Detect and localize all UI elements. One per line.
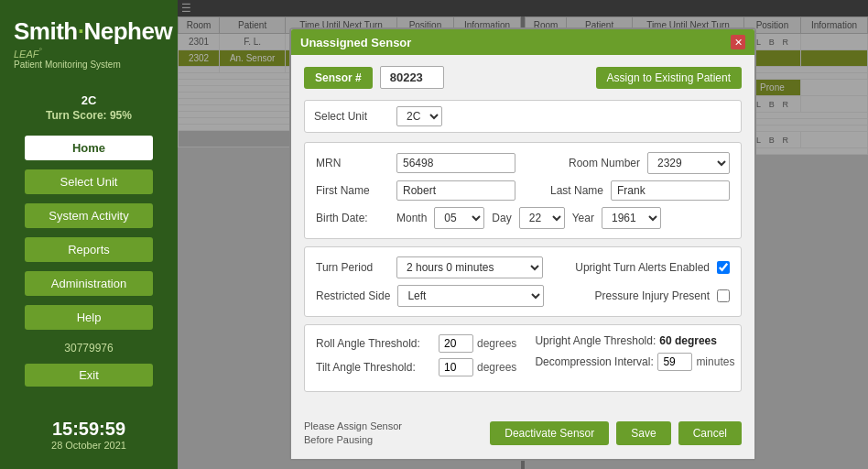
modal-body: Sensor # 80223 Assign to Existing Patien… [291,55,754,410]
roll-angle-row: Roll Angle Threshold: degrees [316,334,516,353]
upright-angle-row: Upright Angle Threshold: 60 degrees [535,334,734,347]
room-right: Room Number 2329 [569,152,730,174]
tilt-angle-label: Tilt Angle Threshold: [316,361,435,374]
lastname-right: Last Name [550,180,730,201]
date-display: 28 October 2021 [51,440,126,451]
modal-titlebar: Unassigned Sensor ✕ [291,29,754,55]
sensor-left: Sensor # 80223 [304,66,444,89]
pressure-injury-right: Pressure Injury Present [595,289,730,302]
firstname-input[interactable] [396,180,515,201]
mrn-input[interactable] [396,153,515,173]
turn-period-row: Turn Period 2 hours 0 minutes Upright Tu… [316,256,730,278]
clock: 15:59:59 28 October 2021 [51,419,126,460]
save-button[interactable]: Save [616,421,670,445]
exit-button[interactable]: Exit [25,364,153,387]
patient-monitoring-label: Patient Monitoring System [14,60,121,70]
day-select[interactable]: 22 [519,207,565,229]
modal-title: Unassigned Sensor [300,36,411,49]
mrn-room-row: MRN Room Number 2329 [316,152,730,174]
upright-alerts-right: Upright Turn Alerts Enabled [575,261,730,274]
sensor-row: Sensor # 80223 Assign to Existing Patien… [304,66,742,89]
turn-score: Turn Score: 95% [0,109,178,122]
decomp-input[interactable] [657,353,692,371]
logo-area: Smith·Nephew LEAF° Patient Monitoring Sy… [0,9,178,77]
smith-nephew-logo: Smith·Nephew [14,18,172,45]
roll-angle-input[interactable] [439,334,473,353]
sidebar: Smith·Nephew LEAF° Patient Monitoring Sy… [0,0,178,469]
sensor-value: 80223 [380,66,444,89]
room-select[interactable]: 2329 [647,152,730,174]
patient-info-section: MRN Room Number 2329 First Name [304,142,742,239]
deactivate-sensor-button[interactable]: Deactivate Sensor [490,421,609,445]
name-row: First Name Last Name [316,180,730,201]
pressure-injury-label: Pressure Injury Present [595,289,710,302]
nav-reports[interactable]: Reports [25,237,153,262]
mrn-label: MRN [316,157,389,169]
logo-nephew: Nephew [83,17,172,45]
nav-administration[interactable]: Administration [25,271,153,296]
unassigned-sensor-modal: Unassigned Sensor ✕ Sensor # 80223 Assig… [289,27,756,461]
decomp-row: Decompression Interval: minutes [535,353,734,371]
birthdate-row: Birth Date: Month 05 Day 22 Year 1961 [316,207,730,229]
roll-angle-unit: degrees [477,337,516,350]
day-label: Day [492,212,511,224]
modal-overlay: Unassigned Sensor ✕ Sensor # 80223 Assig… [178,0,868,469]
user-id: 30779976 [64,342,113,354]
lastname-label: Last Name [550,184,603,197]
footer-note-line1: Please Assign Sensor [304,420,402,433]
time-display: 15:59:59 [51,419,126,440]
lastname-input[interactable] [611,180,730,201]
upright-angle-value: 60 degrees [659,334,717,347]
unit-select[interactable]: 2C [396,106,442,126]
month-select[interactable]: 05 [434,207,484,229]
unit-info: 2C Turn Score: 95% [0,93,178,122]
decomp-label: Decompression Interval: [535,355,654,368]
restricted-side-select[interactable]: Left [397,285,544,307]
turn-period-label: Turn Period [316,261,389,274]
roll-angle-label: Roll Angle Threshold: [316,337,435,350]
modal-close-button[interactable]: ✕ [731,35,745,49]
nav-system-activity[interactable]: System Activity [25,203,153,228]
restricted-side-row: Restricted Side Left Pressure Injury Pre… [316,285,730,307]
birthdate-label: Birth Date: [316,212,389,224]
unit-name: 2C [0,93,178,107]
room-label: Room Number [569,157,640,169]
year-label: Year [572,212,594,224]
nav-home[interactable]: Home [25,136,153,160]
nav-help[interactable]: Help [25,305,153,330]
left-threshold-col: Roll Angle Threshold: degrees Tilt Angle… [316,334,516,382]
year-select[interactable]: 1961 [602,207,661,229]
pressure-injury-checkbox[interactable] [717,289,730,302]
logo-smith: Smith [14,17,78,45]
turn-settings-section: Turn Period 2 hours 0 minutes Upright Tu… [304,246,742,317]
modal-footer: Please Assign Sensor Before Pausing Deac… [291,410,754,459]
right-threshold-col: Upright Angle Threshold: 60 degrees Deco… [535,334,734,382]
cancel-button[interactable]: Cancel [678,421,742,445]
unit-select-label: Select Unit [314,110,387,123]
leaf-label: LEAF° [14,47,42,60]
tilt-angle-unit: degrees [477,361,516,374]
assign-existing-button[interactable]: Assign to Existing Patient [596,67,742,89]
month-label: Month [396,212,427,224]
threshold-columns: Roll Angle Threshold: degrees Tilt Angle… [316,334,730,382]
upright-alerts-checkbox[interactable] [717,261,730,274]
upright-angle-label: Upright Angle Threshold: [535,334,656,347]
turn-period-select[interactable]: 2 hours 0 minutes [396,256,543,278]
upright-alerts-label: Upright Turn Alerts Enabled [575,261,710,274]
threshold-section: Roll Angle Threshold: degrees Tilt Angle… [304,324,742,392]
footer-note: Please Assign Sensor Before Pausing [304,420,402,448]
tilt-angle-input[interactable] [439,358,473,376]
firstname-label: First Name [316,184,389,197]
footer-note-line2: Before Pausing [304,433,402,447]
nav-select-unit[interactable]: Select Unit [25,169,153,194]
unit-row: Select Unit 2C [304,100,742,133]
decomp-unit: minutes [696,355,734,368]
main-content: ☰ Room Patient Time Until Next Turn Posi… [178,0,868,469]
tilt-angle-row: Tilt Angle Threshold: degrees [316,358,516,376]
restricted-side-label: Restricted Side [316,289,390,302]
footer-buttons: Deactivate Sensor Save Cancel [490,421,742,445]
sensor-hash-button[interactable]: Sensor # [304,67,373,89]
